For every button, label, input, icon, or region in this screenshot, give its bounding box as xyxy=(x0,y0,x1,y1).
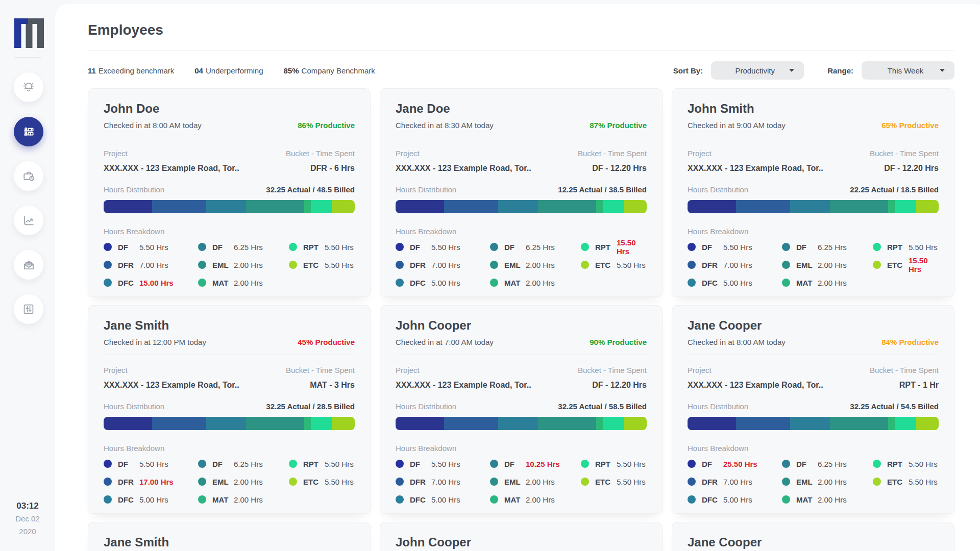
project-label: Project xyxy=(104,148,128,159)
bucket-hours: 5.50 Hrs xyxy=(431,243,460,252)
bucket-hours: 6.25 Hrs xyxy=(234,460,263,468)
bucket-code: DF xyxy=(702,243,723,252)
check-in-time: Checked in at 12:00 PM today xyxy=(104,337,206,347)
breakdown-item: ETC5.50 Hrs xyxy=(289,260,355,270)
card-meta-row: Checked in at 7:00 AM today 90% Producti… xyxy=(396,337,647,347)
hours-summary: 32.25 Actual / 48.5 Billed xyxy=(266,185,355,195)
bucket-color-dot xyxy=(581,478,589,486)
employee-card[interactable]: Jane Cooper Checked in at 8:00 AM today … xyxy=(672,305,954,514)
employee-card[interactable]: John Smith Checked in at 9:00 AM today 6… xyxy=(672,88,954,297)
hours-distribution-label: Hours Distribution xyxy=(688,402,748,412)
distribution-segment xyxy=(206,417,247,430)
employee-card[interactable]: Jane Doe Checked in at 8:30 AM today 87%… xyxy=(380,88,663,297)
bucket-color-dot xyxy=(289,460,297,468)
sidebar-item-notifications[interactable] xyxy=(14,72,43,102)
company-logo[interactable] xyxy=(14,18,44,48)
employee-name: Jane Cooper xyxy=(688,535,939,550)
distribution-segment xyxy=(332,417,355,430)
employee-name: Jane Cooper xyxy=(688,318,939,333)
productivity-badge: 87% Productive xyxy=(590,120,647,131)
sort-by-dropdown[interactable]: Productivity xyxy=(711,61,804,80)
distribution-segment xyxy=(688,417,736,430)
hours-distribution-label: Hours Distribution xyxy=(688,185,748,195)
bucket-color-dot xyxy=(396,495,404,504)
sidebar-item-employees[interactable] xyxy=(14,117,43,146)
bucket-hours: 5.50 Hrs xyxy=(325,243,354,252)
bucket-color-dot xyxy=(782,478,790,486)
hours-summary: 12.25 Actual / 38.5 Billed xyxy=(558,185,647,195)
employee-card[interactable]: Jane Smith xyxy=(88,522,371,551)
breakdown-item: DFR7.00 Hrs xyxy=(104,260,198,270)
bucket-hours: 5.00 Hrs xyxy=(431,495,460,504)
sidebar: 03:12 Dec 02 2020 xyxy=(0,0,55,551)
bucket-hours: 2.00 Hrs xyxy=(526,261,555,269)
clock-time: 03:12 xyxy=(0,499,55,512)
range-dropdown[interactable]: This Week xyxy=(862,61,954,80)
sidebar-item-messages[interactable] xyxy=(14,250,43,280)
hours-breakdown-legend: DF5.50 HrsDFR7.00 HrsDFC5.00 HrsDF6.25 H… xyxy=(396,242,647,288)
distribution-segment xyxy=(790,417,830,430)
bucket-code: DF xyxy=(796,460,818,468)
bucket-color-dot xyxy=(198,261,206,269)
card-divider xyxy=(688,355,939,355)
bucket-color-dot xyxy=(688,243,696,251)
employee-card[interactable]: Jane Cooper xyxy=(672,522,954,551)
bucket-value: DF - 12.20 Hrs xyxy=(592,380,647,390)
breakdown-item: DF10.25 Hrs xyxy=(490,459,581,469)
employee-card[interactable]: John Doe Checked in at 8:00 AM today 86%… xyxy=(88,88,371,297)
sidebar-item-settings[interactable] xyxy=(14,294,43,324)
breakdown-item: DFC15.00 Hrs xyxy=(104,278,198,288)
distribution-segment xyxy=(895,200,915,213)
distribution-segment xyxy=(104,200,152,213)
distribution-segment xyxy=(206,200,247,213)
employee-card[interactable]: Jane Smith Checked in at 12:00 PM today … xyxy=(88,305,371,514)
bucket-color-dot xyxy=(581,261,589,269)
bucket-code: DFC xyxy=(410,495,431,504)
distribution-header-row: Hours Distribution 32.25 Actual / 54.5 B… xyxy=(688,402,939,412)
hours-breakdown-legend: DF5.50 HrsDFR7.00 HrsDFC5.00 HrsDF10.25 … xyxy=(396,459,647,505)
breakdown-item: EML2.00 Hrs xyxy=(490,477,581,487)
sidebar-clock: 03:12 Dec 02 2020 xyxy=(0,499,55,538)
employee-card[interactable]: John Cooper xyxy=(380,522,663,551)
productivity-badge: 65% Productive xyxy=(881,120,939,131)
bucket-color-dot xyxy=(490,261,498,269)
distribution-header-row: Hours Distribution 12.25 Actual / 38.5 B… xyxy=(396,185,647,195)
title-divider xyxy=(88,51,954,51)
bucket-code: RPT xyxy=(887,460,909,468)
breakdown-item: DF6.25 Hrs xyxy=(490,242,581,252)
bucket-color-dot xyxy=(396,460,404,468)
bucket-color-dot xyxy=(104,478,112,486)
hours-summary: 32.25 Actual / 58.5 Billed xyxy=(558,402,647,412)
sidebar-item-work-time[interactable] xyxy=(14,161,43,191)
project-value: XXX.XXX - 123 Example Road, Tor.. xyxy=(396,163,531,173)
card-values-row: XXX.XXX - 123 Example Road, Tor.. DF - 1… xyxy=(396,163,647,173)
bucket-code: ETC xyxy=(887,261,909,269)
bucket-code: DF xyxy=(410,243,431,252)
bucket-code: DFC xyxy=(702,495,723,504)
hours-breakdown-label: Hours Breakdown xyxy=(688,227,939,237)
project-label: Project xyxy=(688,365,712,375)
distribution-segment xyxy=(444,200,498,213)
distribution-segment xyxy=(624,200,647,213)
bucket-hours: 2.00 Hrs xyxy=(234,478,263,486)
project-value: XXX.XXX - 123 Example Road, Tor.. xyxy=(688,163,823,173)
hours-breakdown-label: Hours Breakdown xyxy=(396,443,647,454)
bucket-code: DFR xyxy=(118,261,139,269)
distribution-segment xyxy=(830,417,888,430)
bucket-hours: 15.50 Hrs xyxy=(909,256,939,273)
distribution-segment xyxy=(624,417,647,430)
distribution-segment xyxy=(603,200,623,213)
sidebar-item-reports[interactable] xyxy=(14,206,43,235)
bucket-hours: 5.00 Hrs xyxy=(139,495,168,504)
distribution-segment xyxy=(888,200,895,213)
distribution-segment xyxy=(304,417,311,430)
bucket-code: DF xyxy=(212,243,234,252)
bucket-code: MAT xyxy=(212,279,234,287)
bucket-code: MAT xyxy=(212,495,234,504)
bucket-hours: 5.50 Hrs xyxy=(325,261,354,269)
card-labels-row: Project Bucket - Time Spent xyxy=(396,148,647,159)
bucket-hours: 5.50 Hrs xyxy=(617,261,646,269)
breakdown-item: DF6.25 Hrs xyxy=(198,242,289,252)
employee-card[interactable]: John Cooper Checked in at 7:00 AM today … xyxy=(380,305,663,514)
breakdown-item: RPT5.50 Hrs xyxy=(581,459,647,469)
